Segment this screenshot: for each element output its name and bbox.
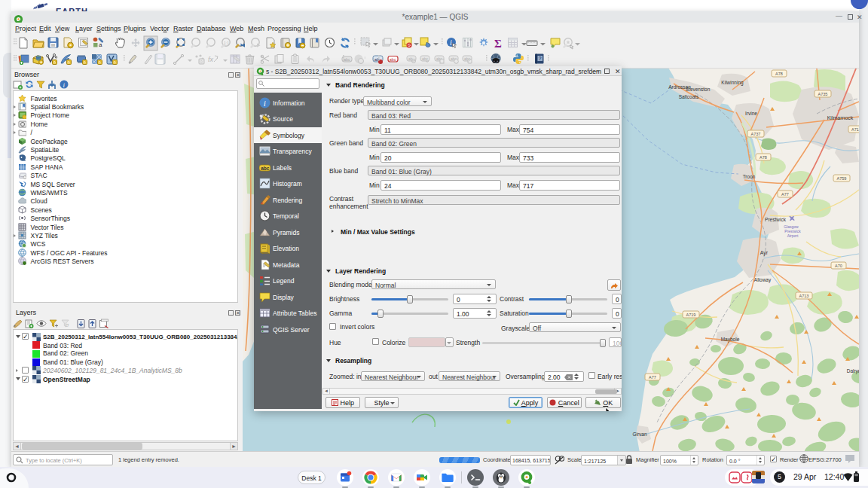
svg-text:Girvan: Girvan (632, 432, 647, 437)
svg-text:A77: A77 (781, 192, 789, 197)
svg-text:abc: abc (344, 57, 350, 62)
svg-text:Kilmarnock: Kilmarnock (827, 115, 854, 120)
svg-text:A759: A759 (837, 176, 847, 181)
svg-text:Stevenston: Stevenston (686, 87, 711, 92)
svg-text:σ: σ (66, 322, 69, 328)
svg-text:1:1: 1:1 (224, 41, 229, 45)
svg-text:Ayr: Ayr (760, 250, 769, 256)
svg-text:A78: A78 (775, 72, 783, 76)
svg-text:Saltcoats: Saltcoats (679, 94, 699, 99)
svg-text:A719: A719 (686, 313, 696, 317)
svg-text:abc: abc (390, 57, 396, 62)
svg-text:Troon: Troon (743, 174, 756, 179)
svg-text:Airport: Airport (787, 233, 799, 238)
svg-text:A78: A78 (760, 155, 767, 160)
svg-text:A737: A737 (751, 132, 761, 136)
svg-text:abc: abc (422, 56, 429, 61)
svg-text:?: ? (539, 56, 542, 61)
svg-text:A71: A71 (851, 127, 859, 132)
svg-text:A70: A70 (835, 264, 842, 268)
svg-text:fx: fx (208, 56, 214, 63)
svg-text:A713: A713 (799, 294, 809, 298)
svg-text:Kilwinning: Kilwinning (721, 80, 744, 86)
svg-text:Maybole: Maybole (721, 337, 740, 343)
svg-text:Prestwick: Prestwick (765, 217, 787, 222)
svg-text:Irvine: Irvine (745, 111, 757, 116)
svg-text:A77: A77 (649, 375, 656, 380)
svg-text:Dalrym: Dalrym (847, 368, 859, 374)
svg-text:Alloway: Alloway (754, 277, 772, 283)
svg-text:i: i (450, 38, 452, 47)
svg-text:Σ: Σ (494, 38, 502, 50)
svg-text:A735: A735 (818, 92, 828, 96)
